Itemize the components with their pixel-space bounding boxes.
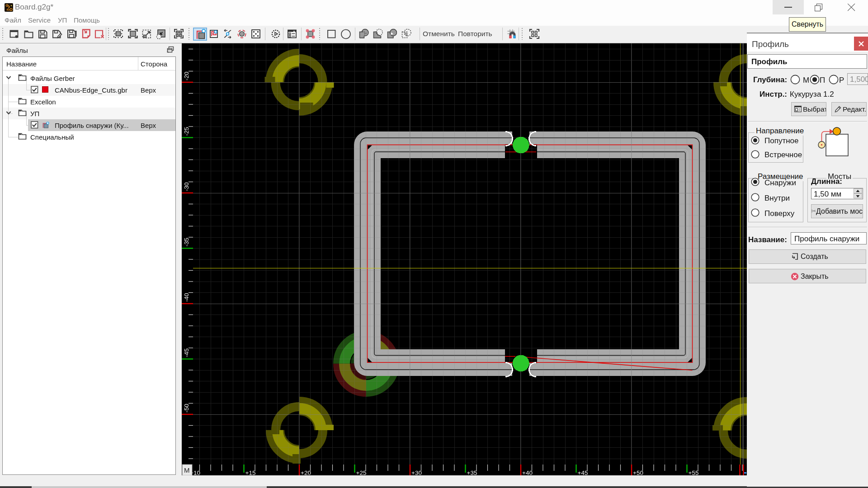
svg-text:-45: -45 — [183, 348, 190, 357]
svg-text:-25: -25 — [183, 127, 190, 136]
svg-text:+45: +45 — [578, 469, 588, 475]
svg-text:2: 2 — [6, 4, 10, 12]
svg-text:+25: +25 — [356, 469, 367, 475]
svg-text:-50: -50 — [183, 404, 190, 413]
svg-text:-35: -35 — [183, 238, 190, 247]
svg-text:+40: +40 — [522, 469, 533, 475]
svg-text:-30: -30 — [183, 182, 190, 191]
svg-text:+15: +15 — [245, 469, 256, 475]
svg-text:-40: -40 — [183, 293, 190, 302]
svg-text:+20: +20 — [301, 469, 311, 475]
svg-text:+35: +35 — [467, 469, 477, 475]
svg-text:-20: -20 — [183, 71, 190, 80]
svg-text:+50: +50 — [633, 469, 643, 475]
svg-text:М: М — [184, 466, 190, 474]
svg-text:+55: +55 — [689, 469, 699, 475]
svg-text:+30: +30 — [411, 469, 422, 475]
